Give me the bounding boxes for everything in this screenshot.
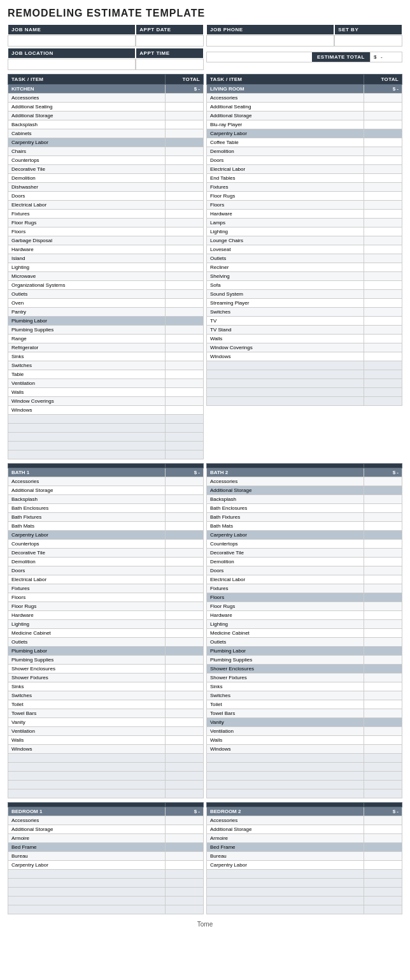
item-total[interactable] xyxy=(166,843,204,852)
item-total[interactable] xyxy=(364,254,402,263)
item-total[interactable] xyxy=(166,852,204,861)
item-total[interactable] xyxy=(166,477,204,486)
item-total[interactable] xyxy=(166,745,204,754)
item-total[interactable] xyxy=(364,495,402,504)
item-total[interactable] xyxy=(166,700,204,709)
item-total[interactable] xyxy=(166,103,204,112)
item-total[interactable] xyxy=(364,103,402,112)
item-total[interactable] xyxy=(166,674,204,682)
item-total[interactable] xyxy=(166,120,204,129)
item-total[interactable] xyxy=(364,335,402,343)
item-total[interactable] xyxy=(364,263,402,272)
item-total[interactable] xyxy=(364,638,402,647)
item-total[interactable] xyxy=(364,112,402,120)
item-total[interactable] xyxy=(364,709,402,718)
item-total[interactable] xyxy=(166,165,204,174)
item-total[interactable] xyxy=(364,504,402,513)
job-location-input[interactable] xyxy=(8,59,136,70)
item-total[interactable] xyxy=(364,219,402,227)
item-total[interactable] xyxy=(364,290,402,299)
item-total[interactable] xyxy=(364,834,402,843)
item-total[interactable] xyxy=(364,522,402,531)
item-total[interactable] xyxy=(166,299,204,308)
item-total[interactable] xyxy=(166,352,204,361)
item-total[interactable] xyxy=(364,317,402,326)
item-total[interactable] xyxy=(364,700,402,709)
item-total[interactable] xyxy=(166,183,204,192)
appt-time-input[interactable] xyxy=(136,59,204,70)
job-phone-input[interactable] xyxy=(206,35,334,47)
item-total[interactable] xyxy=(166,566,204,575)
item-total[interactable] xyxy=(364,308,402,317)
item-total[interactable] xyxy=(166,406,204,415)
item-total[interactable] xyxy=(364,486,402,495)
item-total[interactable] xyxy=(166,397,204,406)
item-total[interactable] xyxy=(166,210,204,219)
item-total[interactable] xyxy=(364,236,402,245)
item-total[interactable] xyxy=(166,709,204,718)
item-total[interactable] xyxy=(166,736,204,745)
item-total[interactable] xyxy=(364,352,402,361)
item-total[interactable] xyxy=(364,620,402,629)
item-total[interactable] xyxy=(364,531,402,540)
item-total[interactable] xyxy=(364,540,402,549)
item-total[interactable] xyxy=(364,816,402,825)
item-total[interactable] xyxy=(166,861,204,870)
item-total[interactable] xyxy=(364,299,402,308)
item-total[interactable] xyxy=(166,718,204,727)
item-total[interactable] xyxy=(166,522,204,531)
item-total[interactable] xyxy=(166,379,204,388)
item-total[interactable] xyxy=(166,236,204,245)
item-total[interactable] xyxy=(364,210,402,219)
item-total[interactable] xyxy=(364,120,402,129)
item-total[interactable] xyxy=(166,388,204,397)
item-total[interactable] xyxy=(364,558,402,566)
item-total[interactable] xyxy=(364,566,402,575)
item-total[interactable] xyxy=(364,129,402,138)
item-total[interactable] xyxy=(166,504,204,513)
item-total[interactable] xyxy=(166,138,204,147)
item-total[interactable] xyxy=(364,602,402,611)
item-total[interactable] xyxy=(364,147,402,156)
item-total[interactable] xyxy=(364,192,402,201)
item-total[interactable] xyxy=(166,825,204,834)
set-by-input[interactable] xyxy=(334,35,402,47)
item-total[interactable] xyxy=(166,611,204,620)
item-total[interactable] xyxy=(166,254,204,263)
item-total[interactable] xyxy=(166,513,204,522)
item-total[interactable] xyxy=(364,477,402,486)
item-total[interactable] xyxy=(166,620,204,629)
item-total[interactable] xyxy=(166,602,204,611)
item-total[interactable] xyxy=(166,290,204,299)
item-total[interactable] xyxy=(364,343,402,352)
item-total[interactable] xyxy=(364,861,402,870)
item-total[interactable] xyxy=(364,665,402,674)
item-total[interactable] xyxy=(364,611,402,620)
item-total[interactable] xyxy=(166,486,204,495)
item-total[interactable] xyxy=(166,540,204,549)
item-total[interactable] xyxy=(364,584,402,593)
item-total[interactable] xyxy=(364,326,402,335)
item-total[interactable] xyxy=(166,549,204,558)
job-name-input[interactable] xyxy=(8,35,136,47)
item-total[interactable] xyxy=(364,736,402,745)
item-total[interactable] xyxy=(364,227,402,236)
item-total[interactable] xyxy=(166,629,204,638)
item-total[interactable] xyxy=(166,272,204,281)
item-total[interactable] xyxy=(166,263,204,272)
item-total[interactable] xyxy=(166,219,204,227)
item-total[interactable] xyxy=(364,272,402,281)
item-total[interactable] xyxy=(166,495,204,504)
item-total[interactable] xyxy=(364,549,402,558)
item-total[interactable] xyxy=(364,843,402,852)
item-total[interactable] xyxy=(166,691,204,700)
item-total[interactable] xyxy=(166,638,204,647)
item-total[interactable] xyxy=(166,201,204,210)
item-total[interactable] xyxy=(364,94,402,103)
item-total[interactable] xyxy=(364,575,402,584)
item-total[interactable] xyxy=(166,129,204,138)
item-total[interactable] xyxy=(166,370,204,379)
item-total[interactable] xyxy=(166,227,204,236)
item-total[interactable] xyxy=(166,584,204,593)
item-total[interactable] xyxy=(166,665,204,674)
